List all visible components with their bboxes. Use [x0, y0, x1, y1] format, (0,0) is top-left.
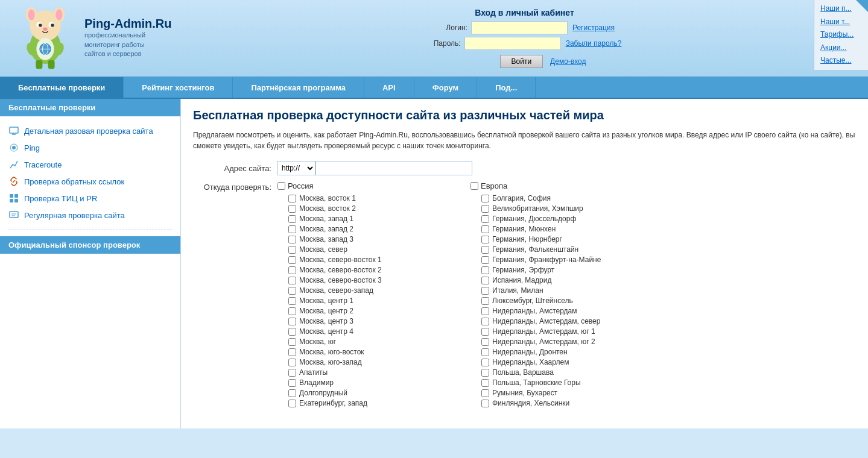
sidebar-item-tiz[interactable]: Проверка ТИЦ и PR — [0, 190, 180, 207]
location-checkbox[interactable] — [481, 287, 489, 295]
location-checkbox[interactable] — [288, 369, 296, 377]
site-title-area: Ping-Admin.Ru профессиональныймониторинг… — [84, 17, 171, 58]
russia-header: Россия — [277, 181, 446, 190]
nav-forum[interactable]: Форум — [414, 77, 477, 98]
location-checkbox[interactable] — [481, 369, 489, 377]
location-checkbox[interactable] — [288, 246, 296, 254]
login-row: Логин: Регистрация — [434, 21, 615, 34]
location-checkbox[interactable] — [481, 389, 489, 397]
location-checkbox[interactable] — [288, 256, 296, 264]
location-checkbox[interactable] — [288, 400, 296, 407]
location-checkbox[interactable] — [481, 307, 489, 315]
url-input[interactable] — [315, 161, 472, 175]
location-checkbox[interactable] — [288, 225, 296, 233]
site-subtitle: профессиональныймониторинг работысайтов … — [84, 31, 171, 58]
list-item: Москва, запад 3 — [277, 235, 446, 243]
location-checkbox[interactable] — [481, 256, 489, 264]
location-label: Москва, северо-восток 3 — [299, 276, 382, 284]
location-checkbox[interactable] — [288, 359, 296, 366]
sidebar-item-regular[interactable]: Регулярная проверка сайта — [0, 207, 180, 224]
monitor-icon — [8, 125, 19, 136]
list-item: Москва, центр 4 — [277, 327, 446, 336]
location-label: Москва, запад 3 — [299, 235, 353, 243]
location-checkbox[interactable] — [481, 338, 489, 346]
sidebar-item-traceroute[interactable]: Traceroute — [0, 156, 180, 173]
list-item: Нидерланды, Амстердам, север — [470, 317, 639, 325]
list-item: Долгопрудный — [277, 389, 446, 397]
sidebar-item-ping[interactable]: Ping — [0, 139, 180, 156]
europe-all-checkbox[interactable] — [470, 182, 478, 190]
location-checkbox[interactable] — [481, 225, 489, 233]
location-checkbox[interactable] — [288, 318, 296, 325]
svg-rect-19 — [10, 127, 18, 133]
list-item: Нидерланды, Амстердам — [470, 307, 639, 315]
location-checkbox[interactable] — [288, 215, 296, 223]
location-checkbox[interactable] — [481, 400, 489, 407]
location-label: Москва, центр 1 — [299, 296, 353, 305]
page-title: Бесплатная проверка доступности сайта из… — [193, 108, 856, 122]
list-item: Москва, северо-запад — [277, 286, 446, 295]
location-checkbox[interactable] — [288, 297, 296, 305]
sidebar-link-label: Traceroute — [24, 160, 62, 169]
location-checkbox[interactable] — [288, 236, 296, 243]
list-item: Польша, Тарновские Горы — [470, 378, 639, 387]
demo-link[interactable]: Демо-вход — [550, 57, 586, 66]
location-checkbox[interactable] — [288, 277, 296, 284]
register-link[interactable]: Регистрация — [572, 24, 615, 32]
list-item: Нидерланды, Дронтен — [470, 348, 639, 356]
nav-api[interactable]: API — [364, 77, 414, 98]
right-link-4[interactable]: Акции... — [820, 42, 862, 55]
right-link-5[interactable]: Частые... — [820, 54, 862, 67]
svg-point-9 — [51, 24, 54, 27]
europe-items: Болгария, СофияВеликобритания, ХэмпширГе… — [470, 194, 639, 407]
right-link-3[interactable]: Тарифы... — [820, 28, 862, 42]
nav-partner[interactable]: Партнёрская программа — [233, 77, 364, 98]
sidebar-link-label: Проверка ТИЦ и PR — [24, 194, 97, 203]
nav-hosting-rating[interactable]: Рейтинг хостингов — [124, 77, 233, 98]
location-checkbox[interactable] — [481, 318, 489, 325]
right-link-2[interactable]: Наши т... — [820, 16, 862, 29]
location-checkbox[interactable] — [481, 379, 489, 387]
location-checkbox[interactable] — [481, 359, 489, 366]
location-checkbox[interactable] — [481, 246, 489, 254]
nav-free-checks[interactable]: Бесплатные проверки — [0, 77, 124, 98]
location-checkbox[interactable] — [288, 348, 296, 356]
location-checkbox[interactable] — [481, 266, 489, 274]
location-checkbox[interactable] — [288, 379, 296, 387]
location-checkbox[interactable] — [481, 348, 489, 356]
main-content: Бесплатные проверки Детальная разовая пр… — [0, 99, 868, 428]
location-checkbox[interactable] — [288, 389, 296, 397]
protocol-select[interactable]: http:// https:// ftp:// — [277, 161, 315, 175]
location-checkbox[interactable] — [481, 205, 489, 213]
login-button[interactable]: Войти — [500, 55, 543, 68]
location-label: Москва, запад 1 — [299, 215, 353, 223]
location-checkbox[interactable] — [481, 328, 489, 336]
svg-rect-27 — [14, 199, 18, 202]
location-checkbox[interactable] — [288, 266, 296, 274]
forgot-link[interactable]: Забыли пароль? — [566, 39, 622, 48]
location-checkbox[interactable] — [288, 307, 296, 315]
sidebar-item-backlinks[interactable]: Проверка обратных ссылок — [0, 173, 180, 190]
sidebar-item-detailed[interactable]: Детальная разовая проверка сайта — [0, 122, 180, 139]
location-checkbox[interactable] — [481, 215, 489, 223]
location-checkbox[interactable] — [288, 205, 296, 213]
list-item: Италия, Милан — [470, 286, 639, 295]
location-checkbox[interactable] — [481, 195, 489, 202]
location-label: Италия, Милан — [492, 286, 543, 295]
location-checkbox[interactable] — [288, 328, 296, 336]
location-checkbox[interactable] — [481, 236, 489, 243]
location-checkbox[interactable] — [481, 277, 489, 284]
location-checkbox[interactable] — [481, 297, 489, 305]
login-input[interactable] — [471, 21, 568, 34]
list-item: Румыния, Бухарест — [470, 389, 639, 397]
location-label: Москва, юго-запад — [299, 358, 362, 366]
location-checkbox[interactable] — [288, 338, 296, 346]
list-item: Германия, Нюрнберг — [470, 235, 639, 243]
russia-all-checkbox[interactable] — [277, 182, 285, 190]
list-item: Москва, запад 1 — [277, 215, 446, 223]
location-checkbox[interactable] — [288, 195, 296, 202]
nav-more[interactable]: Под... — [477, 77, 536, 98]
location-checkbox[interactable] — [288, 287, 296, 295]
password-input[interactable] — [464, 37, 561, 50]
location-label: Болгария, София — [492, 194, 551, 202]
